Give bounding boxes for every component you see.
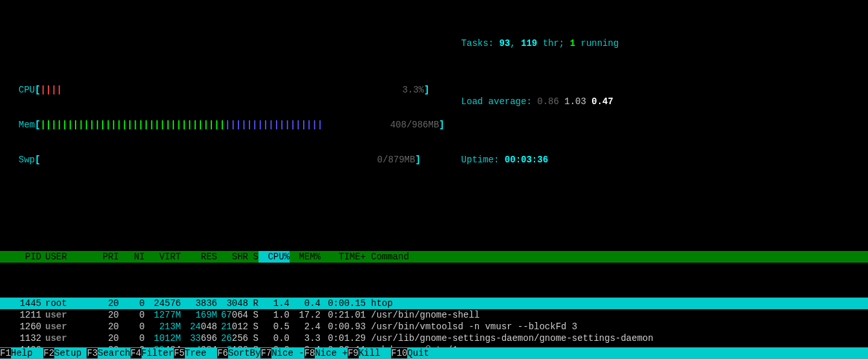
- function-key-bar[interactable]: F1Help F2Setup F3SearchF4FilterF5Tree F6…: [0, 347, 868, 359]
- mem-meter: Mem[||||||||||||||||||||||||||||||||||||…: [0, 119, 868, 131]
- fkey-label[interactable]: Help: [11, 348, 43, 358]
- uptime-value: 00:03:36: [505, 155, 548, 165]
- process-row[interactable]: 1211user2001277M169M67064S1.017.20:21.01…: [0, 309, 868, 321]
- col-time[interactable]: TIME+: [321, 251, 367, 263]
- cpu-label: CPU: [0, 84, 35, 96]
- fkey-label[interactable]: Setup: [54, 348, 87, 358]
- load-5: 1.03: [564, 96, 586, 107]
- fkey: F9: [348, 348, 359, 358]
- fkey: F2: [43, 348, 54, 358]
- col-ni[interactable]: NI: [119, 251, 145, 263]
- fkey-label[interactable]: Tree: [185, 348, 217, 358]
- col-pri[interactable]: PRI: [93, 251, 119, 263]
- fkey: F3: [87, 348, 98, 358]
- fkey: F10: [391, 348, 407, 358]
- meters-panel: CPU[||||3.3%] Mem[||||||||||||||||||||||…: [0, 58, 868, 181]
- col-res[interactable]: RES: [181, 251, 217, 263]
- fkey: F4: [131, 348, 142, 358]
- fkey-label[interactable]: Kill: [359, 348, 391, 358]
- process-row[interactable]: 1132user2001012M3369626256S0.03.30:01.29…: [0, 332, 868, 344]
- column-headers[interactable]: PID USER PRI NI VIRT RES SHR S CPU% MEM%…: [0, 251, 868, 263]
- fkey: F1: [0, 348, 11, 358]
- fkey-label[interactable]: SortBy: [228, 348, 260, 358]
- info-panel: Tasks: 93, 119 thr; 1 running Load avera…: [439, 3, 619, 189]
- col-shr[interactable]: SHR: [217, 251, 248, 263]
- process-row[interactable]: 1260user200213M2404821012S0.52.40:00.93/…: [0, 321, 868, 332]
- col-virt[interactable]: VIRT: [145, 251, 181, 263]
- fkey: F7: [260, 348, 271, 358]
- fkey: F5: [174, 348, 185, 358]
- mem-value: 408/986MB: [374, 119, 439, 131]
- fkey-label[interactable]: Nice -: [271, 348, 304, 358]
- col-s[interactable]: S: [248, 251, 259, 263]
- fkey-label[interactable]: Search: [98, 348, 130, 358]
- swp-label: Swp: [0, 154, 35, 166]
- fkey-label[interactable]: Quit: [407, 348, 434, 358]
- fkey-label[interactable]: Filter: [142, 348, 174, 358]
- load-1: 0.86: [537, 96, 559, 107]
- load-15: 0.47: [591, 96, 613, 107]
- mem-label: Mem: [0, 119, 35, 131]
- fkey: F6: [217, 348, 228, 358]
- thread-count: 119: [521, 38, 537, 49]
- running-count: 1: [570, 38, 575, 49]
- col-pid[interactable]: PID: [0, 251, 41, 263]
- col-cpu[interactable]: CPU%: [259, 251, 290, 263]
- process-row[interactable]: 1445root2002457638363048R1.40.40:00.15ht…: [0, 298, 868, 309]
- fkey-label[interactable]: Nice +: [315, 348, 347, 358]
- col-cmd[interactable]: Command: [367, 251, 868, 263]
- col-user[interactable]: USER: [41, 251, 93, 263]
- cpu-value: 3.3%: [385, 84, 424, 96]
- col-mem[interactable]: MEM%: [290, 251, 321, 263]
- task-count: 93: [499, 38, 510, 49]
- fkey: F8: [304, 348, 315, 358]
- cpu-meter: CPU[||||3.3%]: [0, 84, 868, 96]
- swp-value: 0/879MB: [363, 154, 415, 166]
- swp-meter: Swp[0/879MB]: [0, 154, 868, 166]
